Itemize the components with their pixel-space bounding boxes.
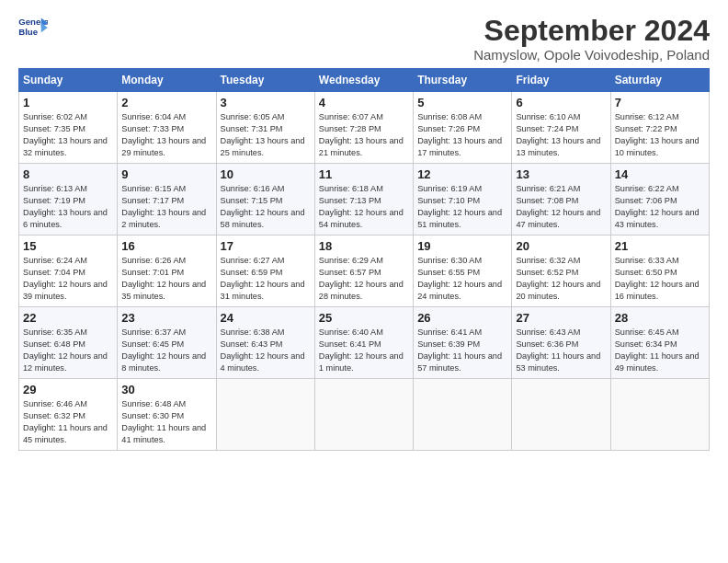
- page: General Blue September 2024 Namyslow, Op…: [0, 0, 728, 563]
- calendar-cell: 21Sunrise: 6:33 AM Sunset: 6:50 PM Dayli…: [610, 236, 709, 307]
- calendar-cell: 26Sunrise: 6:41 AM Sunset: 6:39 PM Dayli…: [414, 307, 512, 379]
- day-number: 15: [23, 239, 113, 253]
- day-info: Sunrise: 6:46 AM Sunset: 6:32 PM Dayligh…: [23, 398, 113, 446]
- day-number: 29: [23, 383, 113, 396]
- day-info: Sunrise: 6:30 AM Sunset: 6:55 PM Dayligh…: [417, 255, 507, 303]
- day-info: Sunrise: 6:07 AM Sunset: 7:28 PM Dayligh…: [319, 111, 409, 159]
- day-info: Sunrise: 6:10 AM Sunset: 7:24 PM Dayligh…: [516, 111, 606, 159]
- day-number: 12: [417, 167, 507, 181]
- week-row-1: 1Sunrise: 6:02 AM Sunset: 7:35 PM Daylig…: [19, 92, 710, 164]
- svg-text:Blue: Blue: [18, 27, 38, 37]
- day-number: 16: [121, 239, 211, 253]
- day-number: 10: [221, 167, 311, 181]
- calendar-cell: 14Sunrise: 6:22 AM Sunset: 7:06 PM Dayli…: [610, 164, 709, 236]
- day-info: Sunrise: 6:12 AM Sunset: 7:22 PM Dayligh…: [615, 111, 705, 159]
- calendar-cell: 8Sunrise: 6:13 AM Sunset: 7:19 PM Daylig…: [19, 164, 118, 236]
- day-info: Sunrise: 6:32 AM Sunset: 6:52 PM Dayligh…: [516, 255, 606, 303]
- weekday-header-tuesday: Tuesday: [216, 69, 314, 92]
- day-number: 17: [221, 239, 311, 253]
- day-number: 24: [221, 311, 311, 325]
- day-info: Sunrise: 6:21 AM Sunset: 7:08 PM Dayligh…: [516, 183, 606, 231]
- calendar-cell: 30Sunrise: 6:48 AM Sunset: 6:30 PM Dayli…: [118, 379, 216, 451]
- calendar-cell: 20Sunrise: 6:32 AM Sunset: 6:52 PM Dayli…: [512, 236, 610, 307]
- day-number: 9: [121, 167, 211, 181]
- calendar-cell: 7Sunrise: 6:12 AM Sunset: 7:22 PM Daylig…: [610, 92, 709, 164]
- week-row-5: 29Sunrise: 6:46 AM Sunset: 6:32 PM Dayli…: [19, 379, 710, 451]
- weekday-header-saturday: Saturday: [610, 69, 709, 92]
- calendar-cell: 2Sunrise: 6:04 AM Sunset: 7:33 PM Daylig…: [118, 92, 216, 164]
- month-title: September 2024: [473, 15, 710, 47]
- logo: General Blue: [18, 15, 48, 40]
- day-info: Sunrise: 6:02 AM Sunset: 7:35 PM Dayligh…: [23, 111, 113, 159]
- day-number: 5: [417, 96, 507, 109]
- day-number: 26: [417, 311, 507, 325]
- calendar-cell: 29Sunrise: 6:46 AM Sunset: 6:32 PM Dayli…: [19, 379, 118, 451]
- calendar-cell: 13Sunrise: 6:21 AM Sunset: 7:08 PM Dayli…: [512, 164, 610, 236]
- day-number: 20: [516, 239, 606, 253]
- calendar-cell: 28Sunrise: 6:45 AM Sunset: 6:34 PM Dayli…: [610, 307, 709, 379]
- calendar-table: SundayMondayTuesdayWednesdayThursdayFrid…: [18, 68, 710, 451]
- day-info: Sunrise: 6:15 AM Sunset: 7:17 PM Dayligh…: [121, 183, 211, 231]
- day-number: 14: [615, 167, 705, 181]
- calendar-cell: 15Sunrise: 6:24 AM Sunset: 7:04 PM Dayli…: [19, 236, 118, 307]
- day-info: Sunrise: 6:38 AM Sunset: 6:43 PM Dayligh…: [221, 327, 311, 374]
- week-row-3: 15Sunrise: 6:24 AM Sunset: 7:04 PM Dayli…: [19, 236, 710, 307]
- weekday-header-wednesday: Wednesday: [314, 69, 413, 92]
- day-info: Sunrise: 6:29 AM Sunset: 6:57 PM Dayligh…: [319, 255, 409, 303]
- weekday-header-thursday: Thursday: [414, 69, 512, 92]
- weekday-header-sunday: Sunday: [19, 69, 118, 92]
- day-info: Sunrise: 6:27 AM Sunset: 6:59 PM Dayligh…: [221, 255, 311, 303]
- calendar-cell: [414, 379, 512, 451]
- calendar-cell: 3Sunrise: 6:05 AM Sunset: 7:31 PM Daylig…: [216, 92, 314, 164]
- day-info: Sunrise: 6:18 AM Sunset: 7:13 PM Dayligh…: [319, 183, 409, 231]
- calendar-cell: 27Sunrise: 6:43 AM Sunset: 6:36 PM Dayli…: [512, 307, 610, 379]
- day-info: Sunrise: 6:24 AM Sunset: 7:04 PM Dayligh…: [23, 255, 113, 303]
- day-number: 6: [516, 96, 606, 109]
- day-info: Sunrise: 6:41 AM Sunset: 6:39 PM Dayligh…: [417, 327, 507, 374]
- day-info: Sunrise: 6:40 AM Sunset: 6:41 PM Dayligh…: [319, 327, 409, 374]
- calendar-cell: [512, 379, 610, 451]
- day-info: Sunrise: 6:22 AM Sunset: 7:06 PM Dayligh…: [615, 183, 705, 231]
- day-number: 27: [516, 311, 606, 325]
- calendar-cell: 22Sunrise: 6:35 AM Sunset: 6:48 PM Dayli…: [19, 307, 118, 379]
- day-info: Sunrise: 6:19 AM Sunset: 7:10 PM Dayligh…: [417, 183, 507, 231]
- header: General Blue September 2024 Namyslow, Op…: [18, 15, 710, 63]
- day-info: Sunrise: 6:45 AM Sunset: 6:34 PM Dayligh…: [615, 327, 705, 374]
- calendar-cell: 12Sunrise: 6:19 AM Sunset: 7:10 PM Dayli…: [414, 164, 512, 236]
- day-info: Sunrise: 6:13 AM Sunset: 7:19 PM Dayligh…: [23, 183, 113, 231]
- calendar-cell: 16Sunrise: 6:26 AM Sunset: 7:01 PM Dayli…: [118, 236, 216, 307]
- day-number: 3: [221, 96, 311, 109]
- calendar-cell: 24Sunrise: 6:38 AM Sunset: 6:43 PM Dayli…: [216, 307, 314, 379]
- calendar-cell: 4Sunrise: 6:07 AM Sunset: 7:28 PM Daylig…: [314, 92, 413, 164]
- day-number: 1: [23, 96, 113, 109]
- calendar-cell: [610, 379, 709, 451]
- day-number: 28: [615, 311, 705, 325]
- calendar-cell: 10Sunrise: 6:16 AM Sunset: 7:15 PM Dayli…: [216, 164, 314, 236]
- calendar-cell: [216, 379, 314, 451]
- calendar-cell: 5Sunrise: 6:08 AM Sunset: 7:26 PM Daylig…: [414, 92, 512, 164]
- day-number: 30: [121, 383, 211, 396]
- day-number: 7: [615, 96, 705, 109]
- day-number: 11: [319, 167, 409, 181]
- day-number: 19: [417, 239, 507, 253]
- weekday-header-monday: Monday: [118, 69, 216, 92]
- day-number: 8: [23, 167, 113, 181]
- day-info: Sunrise: 6:37 AM Sunset: 6:45 PM Dayligh…: [121, 327, 211, 374]
- calendar-cell: 17Sunrise: 6:27 AM Sunset: 6:59 PM Dayli…: [216, 236, 314, 307]
- day-info: Sunrise: 6:43 AM Sunset: 6:36 PM Dayligh…: [516, 327, 606, 374]
- week-row-4: 22Sunrise: 6:35 AM Sunset: 6:48 PM Dayli…: [19, 307, 710, 379]
- calendar-cell: 1Sunrise: 6:02 AM Sunset: 7:35 PM Daylig…: [19, 92, 118, 164]
- day-number: 4: [319, 96, 409, 109]
- calendar-cell: 23Sunrise: 6:37 AM Sunset: 6:45 PM Dayli…: [118, 307, 216, 379]
- weekday-header-friday: Friday: [512, 69, 610, 92]
- day-number: 2: [121, 96, 211, 109]
- day-info: Sunrise: 6:16 AM Sunset: 7:15 PM Dayligh…: [221, 183, 311, 231]
- day-number: 23: [121, 311, 211, 325]
- calendar-cell: 18Sunrise: 6:29 AM Sunset: 6:57 PM Dayli…: [314, 236, 413, 307]
- logo-icon: General Blue: [18, 15, 48, 40]
- week-row-2: 8Sunrise: 6:13 AM Sunset: 7:19 PM Daylig…: [19, 164, 710, 236]
- day-number: 13: [516, 167, 606, 181]
- day-number: 18: [319, 239, 409, 253]
- day-info: Sunrise: 6:33 AM Sunset: 6:50 PM Dayligh…: [615, 255, 705, 303]
- calendar-cell: 19Sunrise: 6:30 AM Sunset: 6:55 PM Dayli…: [414, 236, 512, 307]
